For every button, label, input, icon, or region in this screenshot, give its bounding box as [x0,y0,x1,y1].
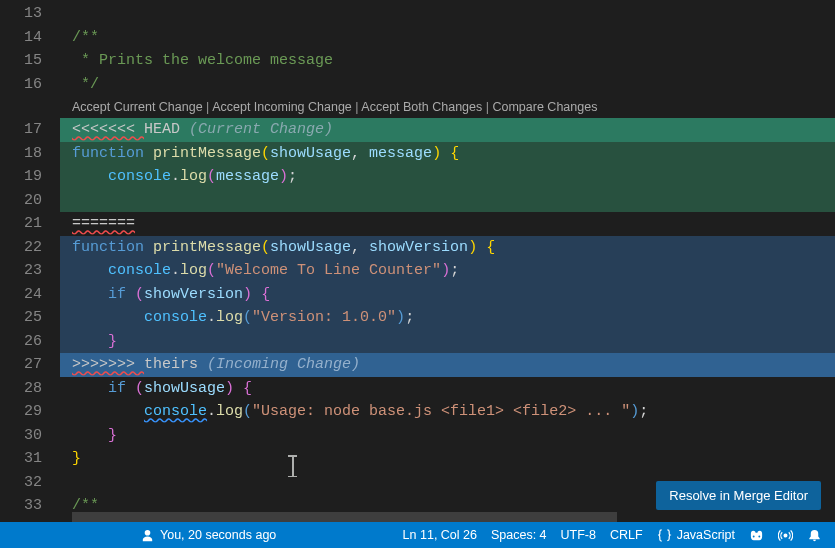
status-cursor-pos[interactable]: Ln 11, Col 26 [396,522,484,548]
line-number: 22 [0,236,42,260]
accept-both-link[interactable]: Accept Both Changes [361,100,482,114]
line-number: 30 [0,424,42,448]
line-number: 13 [0,2,42,26]
line-number: 24 [0,283,42,307]
code-line: console.log("Usage: node base.js <file1>… [60,400,835,424]
conflict-theirs-marker: >>>>>>> theirs (Incoming Change) [60,353,835,377]
line-number-gutter: 13 14 15 16 17 18 19 20 21 22 23 24 25 2… [0,0,60,522]
broadcast-icon [778,528,793,543]
line-number: 20 [0,189,42,213]
line-number: 31 [0,447,42,471]
code-line: /** [60,26,835,50]
status-copilot[interactable] [742,522,771,548]
line-number: 32 [0,471,42,495]
status-encoding[interactable]: UTF-8 [554,522,603,548]
conflict-separator: ======= [60,212,835,236]
bell-icon [807,528,822,543]
line-number: 28 [0,377,42,401]
compare-changes-link[interactable]: Compare Changes [492,100,597,114]
code-line: console.log("Version: 1.0.0"); [60,306,835,330]
person-icon [140,528,155,543]
line-number: 18 [0,142,42,166]
horizontal-scrollbar[interactable] [72,512,617,522]
status-text: You, 20 seconds ago [160,528,276,542]
line-number: 27 [0,353,42,377]
editor-pane[interactable]: 13 14 15 16 17 18 19 20 21 22 23 24 25 2… [0,0,835,522]
line-number: 25 [0,306,42,330]
line-number: 29 [0,400,42,424]
code-line: } [60,447,835,471]
status-feedback[interactable] [771,522,800,548]
code-line: console.log("Welcome To Line Counter"); [60,259,835,283]
status-notifications[interactable] [800,522,829,548]
copilot-icon [749,528,764,543]
line-number: 33 [0,494,42,518]
line-number: 16 [0,73,42,97]
resolve-merge-button[interactable]: Resolve in Merge Editor [656,481,821,510]
braces-icon [657,528,672,543]
status-indentation[interactable]: Spaces: 4 [484,522,554,548]
code-line: } [60,330,835,354]
line-number: 19 [0,165,42,189]
merge-codelens: Accept Current Change | Accept Incoming … [60,96,835,118]
status-bar: You, 20 seconds ago Ln 11, Col 26 Spaces… [0,522,835,548]
code-line: console.log(message); [60,165,835,189]
line-number: 17 [0,118,42,142]
line-number: 21 [0,212,42,236]
accept-incoming-link[interactable]: Accept Incoming Change [212,100,352,114]
status-git-blame[interactable]: You, 20 seconds ago [0,522,283,548]
code-line: function printMessage(showUsage, message… [60,142,835,166]
code-line: function printMessage(showUsage, showVer… [60,236,835,260]
code-line [60,189,835,213]
code-line: if (showVersion) { [60,283,835,307]
text-cursor [292,455,293,477]
line-number: 14 [0,26,42,50]
line-number: 23 [0,259,42,283]
conflict-head-marker: <<<<<<< HEAD (Current Change) [60,118,835,142]
status-language[interactable]: JavaScript [650,522,742,548]
accept-current-link[interactable]: Accept Current Change [72,100,203,114]
code-line: if (showUsage) { [60,377,835,401]
code-line: * Prints the welcome message [60,49,835,73]
line-number: 26 [0,330,42,354]
line-number: 15 [0,49,42,73]
code-area[interactable]: /** * Prints the welcome message */ Acce… [60,0,835,522]
status-eol[interactable]: CRLF [603,522,650,548]
code-line [60,2,835,26]
svg-point-0 [784,534,787,537]
code-line: } [60,424,835,448]
code-line: */ [60,73,835,97]
